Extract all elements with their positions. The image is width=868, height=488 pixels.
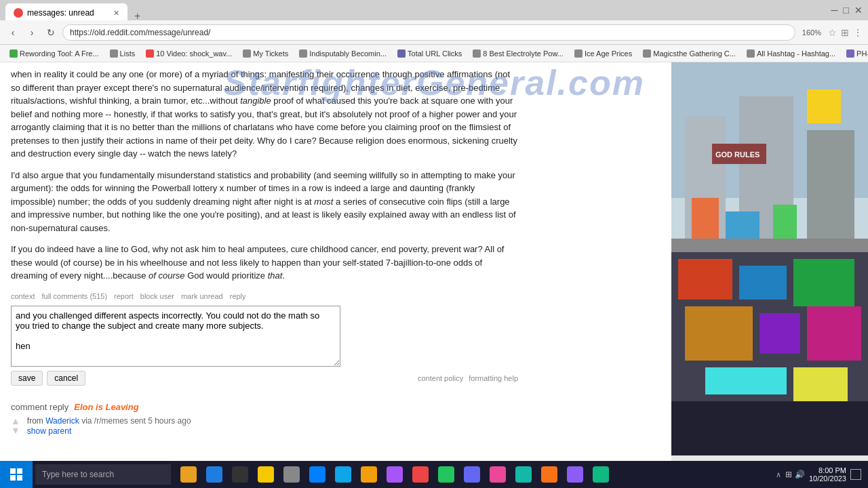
bookmark-favicon — [243, 49, 251, 58]
bookmark-hashtag[interactable]: All Hashtag - Hashtag... — [743, 48, 840, 59]
policy-links: content policy formatting help — [418, 374, 518, 382]
taskbar-icon-misc3[interactable] — [511, 461, 536, 488]
bookmark-ice-age[interactable]: Ice Age Prices — [570, 48, 636, 59]
bookmark-mtg[interactable]: Magicsthe Gathering C... — [639, 48, 740, 59]
taskbar-expand-icon[interactable]: ∧ — [776, 470, 781, 479]
taskbar-icon-terminal[interactable] — [228, 461, 252, 488]
zoom-level: 160% — [800, 28, 824, 37]
content-area: StarfighterGeneral.com when in reality i… — [0, 62, 868, 488]
address-bar[interactable]: https://old.reddit.com/message/unread/ — [62, 24, 795, 41]
close-button[interactable]: ✕ — [854, 5, 863, 16]
taskbar-icon-music[interactable] — [382, 461, 407, 488]
extensions-icon[interactable]: ⊞ — [841, 27, 849, 38]
taskbar-icon-photos[interactable] — [357, 461, 381, 488]
reply-textarea[interactable] — [11, 306, 340, 367]
volume-icon[interactable]: 🔊 — [795, 470, 805, 479]
taskbar-icon-store[interactable] — [305, 461, 330, 488]
bookmark-star-icon[interactable]: ☆ — [828, 27, 837, 38]
block-user-link[interactable]: block user — [140, 292, 174, 300]
content-policy-link[interactable]: content policy — [418, 374, 463, 382]
close-tab-button[interactable]: ✕ — [113, 9, 119, 18]
bookmark-label: My Tickets — [253, 49, 288, 58]
bookmark-label: 10 Video: shock_wav... — [156, 49, 232, 58]
mark-unread-link[interactable]: mark unread — [181, 292, 223, 300]
downvote-button[interactable]: ▼ — [11, 426, 20, 435]
reply-link[interactable]: reply — [230, 292, 246, 300]
taskbar-icon-explorer[interactable] — [254, 461, 278, 488]
paragraph-1: when in reality it could be any one (or … — [11, 68, 518, 161]
back-button[interactable]: ‹ — [5, 25, 20, 40]
from-user-link[interactable]: Waderick — [45, 416, 79, 426]
bookmark-label: Total URL Clicks — [408, 49, 462, 58]
from-label: from — [27, 416, 43, 426]
upvote-button[interactable]: ▲ — [11, 416, 20, 426]
comment-meta: from Waderick via /r/memes sent 5 hours … — [27, 416, 191, 436]
tab-favicon — [14, 8, 23, 18]
taskbar-icon-misc6[interactable] — [589, 461, 613, 488]
bookmark-label: Rewording Tool: A Fre... — [20, 49, 99, 58]
active-tab[interactable]: messages: unread ✕ — [5, 3, 127, 22]
bookmark-favicon — [299, 49, 307, 58]
report-link[interactable]: report — [114, 292, 134, 300]
taskbar-icon-settings[interactable] — [279, 461, 304, 488]
bookmark-rewording[interactable]: Rewording Tool: A Fre... — [5, 48, 103, 59]
bookmark-favicon — [473, 49, 481, 58]
reddit-content: when in reality it could be any one (or … — [0, 62, 529, 441]
bookmark-gtx[interactable]: PH-GTX1650-04G | Gr... — [842, 48, 868, 59]
paragraph-3: If you do indeed have a line to God, why… — [11, 243, 518, 283]
bookmark-favicon — [846, 49, 854, 58]
taskbar-icon-misc5[interactable] — [563, 461, 587, 488]
bookmark-favicon — [397, 49, 406, 58]
url-text: https://old.reddit.com/message/unread/ — [70, 28, 210, 37]
taskbar-icon-misc4[interactable] — [537, 461, 561, 488]
refresh-button[interactable]: ↻ — [43, 25, 58, 40]
tab-title: messages: unread — [27, 8, 94, 18]
browser-window: messages: unread ✕ + ─ □ ✕ ‹ › ↻ https:/… — [0, 0, 868, 488]
taskbar-icon-misc1[interactable] — [460, 461, 484, 488]
taskbar-icon-video[interactable] — [408, 461, 433, 488]
bookmark-video[interactable]: 10 Video: shock_wav... — [142, 48, 236, 59]
full-comments-link[interactable]: full comments (515) — [41, 292, 107, 300]
taskbar-icon-calendar[interactable] — [434, 461, 458, 488]
minimize-button[interactable]: ─ — [831, 5, 838, 16]
comment-reply-section: comment reply Elon is Leaving ▲ ▼ from W… — [11, 396, 518, 436]
menu-icon[interactable]: ⋮ — [853, 27, 863, 38]
via-info: via /r/memes sent 5 hours ago — [81, 416, 191, 426]
windows-logo-icon — [10, 468, 22, 481]
start-button[interactable] — [0, 461, 33, 488]
time-display: 8:00 PM — [809, 466, 846, 474]
comment-text: when in reality it could be any one (or … — [11, 68, 518, 283]
bookmark-electrolyte[interactable]: 8 Best Electrolyte Pow... — [469, 48, 568, 59]
taskbar-search[interactable]: Type here to search — [35, 464, 171, 485]
notification-area[interactable] — [850, 469, 861, 480]
show-parent-link[interactable]: show parent — [27, 426, 71, 436]
bookmark-label: All Hashtag - Hashtag... — [757, 49, 835, 58]
bookmark-indisputably[interactable]: Indisputably Becomin... — [295, 48, 391, 59]
taskbar-icon-browser[interactable] — [202, 461, 226, 488]
cancel-button[interactable]: cancel — [47, 371, 85, 386]
context-link[interactable]: context — [11, 292, 35, 300]
bookmark-favicon — [110, 49, 118, 58]
bookmark-url-clicks[interactable]: Total URL Clicks — [393, 48, 466, 59]
bookmark-favicon — [574, 49, 583, 58]
page-body[interactable]: when in reality it could be any one (or … — [0, 62, 671, 488]
taskbar-icon-file-manager[interactable] — [176, 461, 201, 488]
comment-reply-label: comment reply — [11, 402, 68, 412]
vote-arrows: ▲ ▼ — [11, 416, 20, 435]
forward-button[interactable]: › — [24, 25, 39, 40]
taskbar-icon-mail[interactable] — [331, 461, 355, 488]
reply-buttons: save cancel content policy formatting he… — [11, 371, 518, 386]
taskbar-icon-misc2[interactable] — [486, 461, 510, 488]
taskbar-app-icons — [176, 461, 613, 488]
bookmark-lists[interactable]: Lists — [106, 48, 140, 59]
taskbar-sys-icons: ⊞ 🔊 — [785, 470, 805, 479]
formatting-help-link[interactable]: formatting help — [469, 374, 518, 382]
toolbar: ‹ › ↻ https://old.reddit.com/message/unr… — [0, 20, 868, 45]
restore-button[interactable]: □ — [844, 5, 849, 16]
action-links: context full comments (515) report block… — [11, 291, 518, 302]
search-placeholder: Type here to search — [42, 470, 114, 479]
bookmark-tickets[interactable]: My Tickets — [239, 48, 292, 59]
save-button[interactable]: save — [11, 371, 43, 386]
taskbar-right: ∧ ⊞ 🔊 8:00 PM 10/20/2023 — [776, 466, 868, 483]
bookmark-label: Indisputably Becomin... — [309, 49, 387, 58]
